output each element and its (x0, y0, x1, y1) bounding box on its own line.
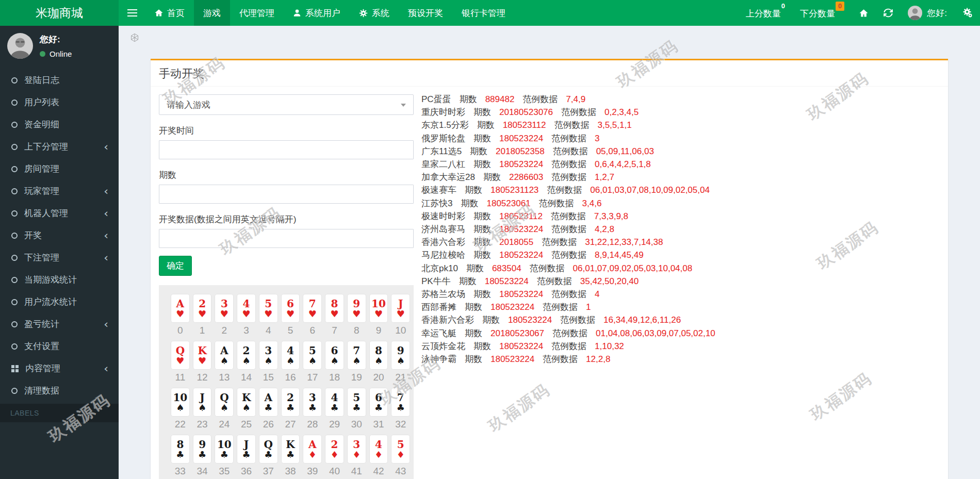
card-cell[interactable]: J♣36 (237, 435, 255, 477)
card-cell[interactable]: Q♠24 (215, 388, 233, 430)
card-cell[interactable]: 4♦42 (370, 435, 388, 477)
sidebar-item[interactable]: 房间管理 (0, 158, 119, 180)
card-cell[interactable]: K♠25 (237, 388, 255, 430)
card-cell[interactable]: 6♥5 (282, 294, 300, 336)
card-number: 31 (370, 419, 388, 430)
sidebar-item[interactable]: 用户流水统计 (0, 291, 119, 313)
sidebar-item[interactable]: 下注管理‹ (0, 246, 119, 269)
period-label: 期数 (466, 263, 484, 273)
card-cell[interactable]: 7♥6 (303, 294, 321, 336)
card-cell[interactable]: 3♠15 (259, 341, 277, 383)
card-cell[interactable]: 7♠19 (348, 341, 366, 383)
card-cell[interactable]: 10♠22 (171, 388, 189, 430)
card-cell[interactable]: 5♣30 (348, 388, 366, 430)
card-cell[interactable]: 5♥4 (259, 294, 277, 336)
card-suit-icon: ♦ (397, 450, 405, 459)
card-cell[interactable]: 6♣31 (370, 388, 388, 430)
nav-item[interactable]: 预设开奖 (399, 0, 452, 26)
card-cell[interactable]: J♥10 (391, 294, 410, 336)
card-cell[interactable]: 2♣27 (282, 388, 300, 430)
home-button[interactable] (852, 0, 876, 26)
card-cell[interactable]: A♠13 (215, 341, 233, 383)
card-cell[interactable]: A♣26 (259, 388, 277, 430)
sidebar-item[interactable]: 用户列表 (0, 91, 119, 113)
brand-logo[interactable]: 米珈商城 (0, 0, 119, 26)
user-menu[interactable]: 您好: (901, 6, 954, 20)
sidebar-item[interactable]: 机器人管理‹ (0, 202, 119, 224)
card-cell[interactable]: 10♥9 (370, 294, 388, 336)
sidebar-item[interactable]: 清理数据 (0, 379, 119, 402)
submit-button[interactable]: 确定 (159, 256, 192, 276)
card-cell[interactable]: 3♦41 (348, 435, 366, 477)
game-select[interactable]: 请输入游戏 (159, 94, 414, 115)
card-cell[interactable]: 7♣32 (391, 388, 410, 430)
draw-data-input[interactable] (159, 229, 414, 248)
user-icon (293, 9, 301, 17)
card-cell[interactable]: 5♦43 (391, 435, 410, 477)
card-cell[interactable]: 2♦40 (325, 435, 344, 477)
card-cell[interactable]: A♥0 (171, 294, 189, 336)
card-cell[interactable]: 8♠20 (370, 341, 388, 383)
sidebar-item[interactable]: 登陆日志 (0, 69, 119, 91)
card-cell[interactable]: 4♥3 (237, 294, 255, 336)
period-input[interactable] (159, 185, 414, 204)
card-cell[interactable]: A♦39 (303, 435, 321, 477)
period-label: 期数 (465, 302, 482, 312)
card-cell[interactable]: 2♥1 (193, 294, 211, 336)
status-indicator[interactable]: Online (40, 49, 72, 58)
sample-label: 范例数据 (542, 237, 577, 247)
card-rank: 4 (375, 439, 382, 450)
card-cell[interactable]: Q♣37 (259, 435, 277, 477)
settings-button[interactable] (954, 0, 980, 26)
sidebar-toggle-button[interactable] (119, 0, 145, 26)
down-score-item[interactable]: 下分数量0 (792, 7, 852, 20)
card-cell[interactable]: 5♠17 (303, 341, 321, 383)
card-cell[interactable]: K♥12 (193, 341, 211, 383)
card-cell[interactable]: J♠23 (193, 388, 211, 430)
card-cell[interactable]: Q♥11 (171, 341, 189, 383)
sidebar-item-label: 房间管理 (24, 163, 59, 175)
sidebar-item[interactable]: 内容管理‹ (0, 357, 119, 379)
page-title: 手动开奖 (159, 66, 940, 81)
draw-time-input[interactable] (159, 140, 414, 159)
sidebar-item[interactable]: 资金明细 (0, 113, 119, 136)
refresh-button[interactable] (876, 0, 901, 26)
card-cell[interactable]: 4♠16 (282, 341, 300, 383)
lottery-name: PC蛋蛋 (421, 94, 451, 104)
card-cell[interactable]: K♣38 (282, 435, 300, 477)
card-cell[interactable]: 2♠14 (237, 341, 255, 383)
sidebar-item[interactable]: 玩家管理‹ (0, 180, 119, 202)
sidebar-item[interactable]: 支付设置 (0, 335, 119, 357)
lottery-row: PK牛牛期数180523224范例数据35,42,50,20,40 (421, 275, 715, 288)
nav-item[interactable]: 代理管理 (230, 0, 284, 26)
nav-item[interactable]: 游戏 (194, 0, 230, 26)
card-rank: Q (220, 392, 228, 403)
card-cell[interactable]: 9♣34 (193, 435, 211, 477)
sidebar-item-label: 清理数据 (24, 385, 59, 397)
nav-item[interactable]: 系统 (350, 0, 399, 26)
card-rank: 3 (353, 439, 360, 450)
up-score-item[interactable]: 上分数量0 (738, 7, 792, 20)
card-cell[interactable]: 4♣29 (325, 388, 344, 430)
card-suit-icon: ♥ (242, 309, 251, 319)
nav-item[interactable]: 首页 (145, 0, 194, 26)
card-cell[interactable]: 8♣33 (171, 435, 189, 477)
card-cell[interactable]: 10♣35 (215, 435, 233, 477)
card-cell[interactable]: 3♣28 (303, 388, 321, 430)
nav-item[interactable]: 银行卡管理 (452, 0, 515, 26)
card-rank: 7 (353, 345, 360, 356)
lottery-row: 北京pk10期数683504范例数据06,01,07,09,02,05,03,1… (421, 262, 715, 275)
sidebar-item[interactable]: 当期游戏统计 (0, 269, 119, 291)
card-cell[interactable]: 3♥2 (215, 294, 233, 336)
sidebar-item[interactable]: 开奖‹ (0, 224, 119, 246)
sidebar-item[interactable]: 上下分管理‹ (0, 136, 119, 158)
sidebar-item-label: 当期游戏统计 (24, 274, 77, 286)
home-icon (859, 9, 868, 18)
nav-item[interactable]: 系统用户 (284, 0, 350, 26)
sidebar-item[interactable]: 盈亏统计‹ (0, 313, 119, 335)
card-cell[interactable]: 6♠18 (325, 341, 344, 383)
card-cell[interactable]: 9♠21 (391, 341, 410, 383)
card-cell[interactable]: 9♥8 (348, 294, 366, 336)
sample-value: 1,2,7 (595, 172, 614, 182)
card-cell[interactable]: 8♥7 (325, 294, 344, 336)
